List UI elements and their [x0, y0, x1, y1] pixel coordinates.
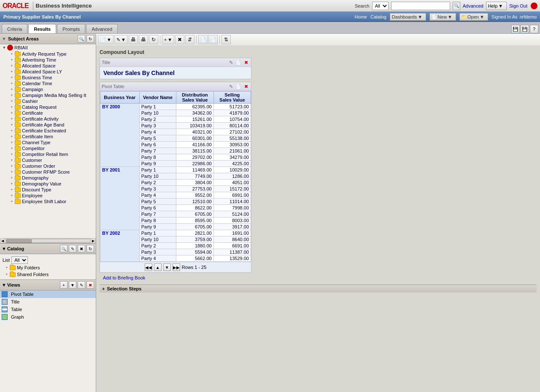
search-go-button[interactable]: 🔍	[453, 2, 460, 10]
view-item-table[interactable]: Table	[0, 306, 96, 313]
tree-item-demography-value[interactable]: + Demography Value	[0, 181, 96, 187]
views-delete-btn[interactable]: ✖	[86, 281, 94, 289]
add-briefing-link[interactable]: Add to Briefing Book	[103, 275, 145, 280]
col-header-sell[interactable]: SellingSales Value	[213, 91, 251, 104]
search-type-select[interactable]: All	[372, 2, 389, 10]
tree-item-employee[interactable]: + Employee	[0, 193, 96, 199]
tab-criteria[interactable]: Criteria	[2, 24, 27, 33]
refresh-btn[interactable]: ↻	[149, 35, 158, 44]
tree-item-catalog-request[interactable]: + Catalog Request	[0, 104, 96, 110]
tab-advanced[interactable]: Advanced	[86, 24, 118, 33]
tree-item-customer[interactable]: + Customer	[0, 157, 96, 163]
tree-item-calendar-time[interactable]: + Calendar Time	[0, 81, 96, 86]
tree-item-certificate-item[interactable]: + Certificate Item	[0, 134, 96, 140]
subject-areas-hscroll[interactable]: ◀ ▶	[0, 238, 96, 243]
tree-item-activity-request[interactable]: + Activity Request Type	[0, 51, 96, 57]
catalog-collapse-btn[interactable]: ▼	[2, 246, 6, 251]
tab-save-btn[interactable]: 💾	[511, 25, 520, 33]
tree-item-advertising-time[interactable]: + Advertising Time	[0, 57, 96, 63]
views-add-dropdown-btn[interactable]: ▼	[69, 281, 76, 289]
catalog-edit-btn[interactable]: ✎	[69, 245, 76, 252]
selection-steps[interactable]: + Selection Steps	[100, 285, 537, 293]
home-link[interactable]: Home	[355, 14, 367, 19]
col-header-dist[interactable]: DistributionSales Value	[176, 91, 213, 104]
tree-item-cashier[interactable]: + Cashier	[0, 98, 96, 104]
add-view-btn[interactable]: +▼	[162, 35, 174, 44]
export-excel-btn[interactable]: 📄	[208, 35, 218, 44]
catalog-list-select[interactable]: All	[11, 256, 28, 264]
page-next-btn[interactable]: ▼	[163, 263, 171, 271]
tree-item-discount-type[interactable]: + Discount Type	[0, 187, 96, 193]
tree-item-rbiaii[interactable]: ▼ RBIAII	[0, 44, 96, 51]
tree-item-business-time[interactable]: + Business Time	[0, 75, 96, 81]
scroll-left-btn[interactable]: ◀	[0, 238, 5, 243]
views-edit-btn[interactable]: ✎	[78, 281, 85, 289]
catalog-link[interactable]: Catalog	[370, 14, 386, 19]
tree-item-customer-rfmp[interactable]: + Customer RFMP Score	[0, 169, 96, 175]
search-input[interactable]	[391, 2, 450, 10]
title-close-icon[interactable]: ✖	[243, 59, 249, 66]
tree-item-customer-order[interactable]: + Customer Order	[0, 163, 96, 169]
catalog-delete-btn[interactable]: ✖	[78, 245, 85, 252]
catalog-shared-folders[interactable]: + Shared Folders	[2, 271, 94, 278]
col-header-vendor[interactable]: Vendor Name	[139, 91, 176, 104]
signout-link[interactable]: Sign Out	[509, 3, 527, 8]
col-header-year[interactable]: Business Year	[100, 91, 140, 104]
help-link[interactable]: Help ▼	[486, 2, 507, 10]
tab-results[interactable]: Results	[28, 24, 56, 33]
pivot-copy-icon[interactable]: 📄	[235, 83, 242, 90]
catalog-search-btn[interactable]: 🔍	[60, 245, 68, 252]
tree-item-campaign[interactable]: + Campaign	[0, 86, 96, 92]
title-edit-icon[interactable]: ✎	[227, 59, 234, 66]
view-item-graph[interactable]: Graph	[0, 313, 96, 321]
tree-item-competitor[interactable]: + Competitor	[0, 145, 96, 151]
view-item-title[interactable]: T Title	[0, 298, 96, 306]
advanced-link[interactable]: Advanced	[463, 3, 483, 8]
selection-steps-expand-icon[interactable]: +	[102, 286, 105, 291]
tree-item-campaign-media[interactable]: + Campaign Media Msg Selling It	[0, 92, 96, 98]
page-prev-btn[interactable]: ▲	[154, 263, 162, 271]
title-copy-icon[interactable]: 📄	[235, 59, 242, 66]
tree-item-certificate[interactable]: + Certificate	[0, 110, 96, 116]
tree-item-certificate-age-band[interactable]: + Certificate Age Band	[0, 122, 96, 128]
results-view-btn[interactable]: 📄▼	[98, 35, 113, 44]
view-item-pivot[interactable]: Pivot Table	[0, 290, 96, 298]
tree-item-certificate-activity[interactable]: + Certificate Activity	[0, 116, 96, 122]
expand-icon[interactable]: +	[9, 51, 14, 56]
scroll-right-btn[interactable]: ▶	[91, 238, 96, 243]
tree-item-employee-shift[interactable]: + Employee Shift Labor	[0, 199, 96, 204]
export-pdf-btn[interactable]: 📄	[198, 35, 208, 44]
subject-areas-refresh-btn[interactable]: ↻	[86, 35, 94, 43]
subject-areas-search-btn[interactable]: 🔍	[78, 35, 85, 43]
print2-btn[interactable]: 🖶	[139, 35, 148, 44]
page-last-btn[interactable]: ▶▶	[173, 263, 180, 271]
tree-item-demography[interactable]: + Demography	[0, 175, 96, 181]
hscroll-thumb[interactable]	[6, 239, 32, 243]
subject-areas-collapse-btn[interactable]: ▼	[2, 36, 6, 41]
pivot-edit-icon[interactable]: ✎	[227, 83, 234, 90]
tab-help-btn[interactable]: ?	[530, 25, 538, 33]
shared-folders-expand-icon[interactable]: +	[4, 272, 9, 277]
tree-item-channel-type[interactable]: + Channel Type	[0, 140, 96, 145]
hscroll-track[interactable]	[6, 239, 90, 242]
tab-prompts[interactable]: Prompts	[57, 24, 85, 33]
tree-item-competitor-retail[interactable]: + Competitor Retail Item	[0, 151, 96, 157]
new-dropdown[interactable]: 📄 New ▼	[429, 13, 456, 21]
tree-item-allocated-space-ly[interactable]: + Allocated Space LY	[0, 69, 96, 75]
catalog-refresh-btn[interactable]: ↻	[86, 245, 94, 252]
page-first-btn[interactable]: ◀◀	[145, 263, 152, 271]
tree-item-allocated-space[interactable]: + Allocated Space	[0, 63, 96, 69]
tab-save-as-btn[interactable]: 💾	[521, 25, 529, 33]
open-dropdown[interactable]: 📁 Open ▼	[459, 13, 488, 21]
move-view-btn[interactable]: ⇵	[185, 35, 194, 44]
dashboards-dropdown[interactable]: Dashboards ▼	[390, 13, 426, 21]
views-collapse-btn[interactable]: ▼	[2, 282, 6, 287]
pivot-close-icon[interactable]: ✖	[243, 83, 249, 90]
remove-view-btn[interactable]: ✖	[175, 35, 184, 44]
tree-item-certificate-escheated[interactable]: + Certificate Escheated	[0, 128, 96, 134]
catalog-my-folders[interactable]: + My Folders	[2, 264, 94, 271]
my-folders-expand-icon[interactable]: +	[4, 265, 9, 270]
rbiaii-expand-icon[interactable]: ▼	[2, 45, 7, 50]
print-btn[interactable]: 🖶	[129, 35, 138, 44]
edit-btn[interactable]: ✎▼	[114, 35, 128, 44]
